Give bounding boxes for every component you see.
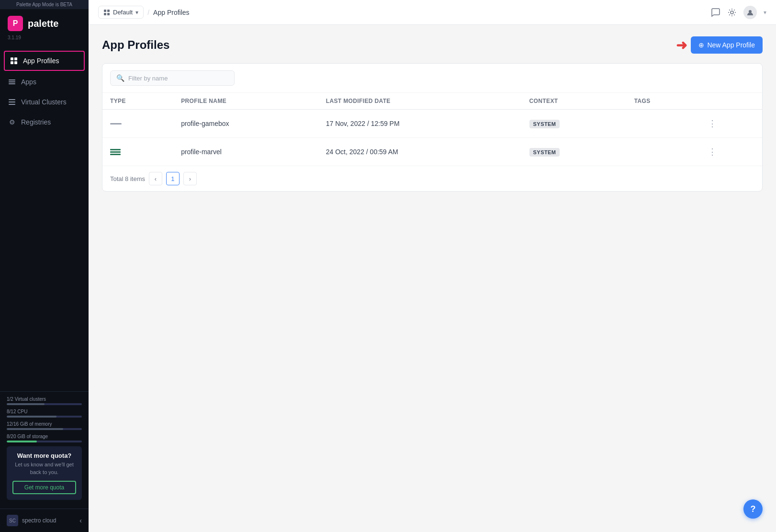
arrow-annotation: ➜ ⊕ New App Profile	[676, 36, 763, 54]
sidebar-item-virtual-clusters[interactable]: Virtual Clusters	[0, 92, 89, 112]
search-icon: 🔍	[116, 74, 124, 82]
user-menu-arrow[interactable]: ▾	[764, 9, 766, 16]
app-profiles-icon	[10, 57, 18, 65]
row-context: SYSTEM	[522, 110, 627, 138]
search-input-wrap: 🔍	[110, 70, 235, 86]
quota-storage-bar	[7, 441, 82, 442]
row-menu-button[interactable]: ⋮	[706, 116, 754, 131]
sidebar-collapse-button[interactable]: ‹	[79, 517, 82, 524]
chat-icon[interactable]	[711, 8, 720, 17]
row-actions: ⋮	[698, 110, 762, 138]
app-profiles-table-card: 🔍 Type Profile Name Last Modified Date C…	[102, 63, 763, 192]
workspace-label: Default	[113, 9, 133, 16]
total-items-label: Total 8 items	[110, 175, 145, 182]
next-page-button[interactable]: ›	[183, 172, 197, 185]
quota-cpu-fill	[7, 416, 56, 418]
svg-rect-0	[11, 57, 13, 60]
search-input[interactable]	[128, 75, 228, 82]
row-tags	[627, 110, 699, 138]
sidebar-item-registries[interactable]: ⚙ Registries	[0, 112, 89, 132]
svg-point-14	[731, 11, 733, 14]
type-layers-icon	[110, 149, 166, 155]
current-page-number: 1	[166, 172, 180, 185]
col-type: Type	[102, 93, 173, 110]
main-content: Default ▾ / App Profiles ▾ App Profiles	[89, 0, 776, 532]
context-badge: SYSTEM	[529, 120, 560, 128]
topbar: Default ▾ / App Profiles ▾	[89, 0, 776, 25]
col-tags: Tags	[627, 93, 699, 110]
spectro-cloud-icon: SC	[7, 515, 18, 526]
quota-storage-fill	[7, 441, 37, 442]
sidebar-footer: SC spectro cloud ‹	[0, 509, 89, 532]
quota-promo: Want more quota? Let us know and we'll g…	[7, 446, 82, 500]
quota-memory: 12/16 GiB of memory	[7, 421, 82, 430]
svg-rect-12	[104, 13, 106, 15]
sidebar-nav: App Profiles Apps Virtual Clusters ⚙ Reg…	[0, 46, 89, 391]
quota-memory-bar	[7, 428, 82, 430]
quota-memory-label: 12/16 GiB of memory	[7, 421, 82, 427]
quota-virtual-clusters-bar	[7, 403, 82, 405]
quota-storage: 8/20 GiB of storage	[7, 434, 82, 442]
svg-rect-1	[14, 57, 17, 60]
sidebar-footer-brand: SC spectro cloud	[7, 515, 56, 526]
page-header: App Profiles ➜ ⊕ New App Profile	[102, 36, 763, 54]
row-type-cell	[102, 110, 173, 138]
logo-text: palette	[28, 18, 58, 29]
row-profile-name: profile-gamebox	[173, 110, 318, 138]
page-title: App Profiles	[102, 38, 169, 52]
help-button[interactable]: ?	[743, 499, 763, 519]
row-last-modified: 24 Oct, 2022 / 00:59 AM	[318, 138, 522, 166]
row-menu-button[interactable]: ⋮	[706, 145, 754, 159]
sidebar-item-label: Registries	[21, 118, 51, 126]
apps-icon	[8, 78, 16, 86]
col-profile-name: Profile Name	[173, 93, 318, 110]
sidebar-item-label: App Profiles	[23, 57, 59, 65]
page-content: App Profiles ➜ ⊕ New App Profile 🔍	[89, 25, 776, 532]
logo-area: P palette	[0, 9, 89, 35]
quota-cpu-bar	[7, 416, 82, 418]
table-row: profile-gamebox 17 Nov, 2022 / 12:59 PM …	[102, 110, 762, 138]
quota-virtual-clusters: 1/2 Virtual clusters	[7, 396, 82, 405]
breadcrumb-separator: /	[147, 9, 149, 16]
quota-virtual-clusters-label: 1/2 Virtual clusters	[7, 396, 82, 402]
svg-rect-6	[9, 83, 15, 84]
row-type-cell	[102, 138, 173, 166]
new-profile-btn-icon: ⊕	[698, 41, 704, 49]
col-last-modified: Last Modified Date	[318, 93, 522, 110]
topbar-right: ▾	[711, 6, 766, 19]
table-footer: Total 8 items ‹ 1 ›	[102, 166, 762, 191]
profiles-table: Type Profile Name Last Modified Date Con…	[102, 93, 762, 166]
get-more-quota-button[interactable]: Get more quota	[12, 481, 76, 494]
sidebar-brand-label: spectro cloud	[22, 517, 56, 524]
quota-cpu: 8/12 CPU	[7, 409, 82, 418]
prev-page-button[interactable]: ‹	[149, 172, 162, 185]
table-body: profile-gamebox 17 Nov, 2022 / 12:59 PM …	[102, 110, 762, 166]
sidebar-item-app-profiles[interactable]: App Profiles	[4, 51, 85, 71]
topbar-left: Default ▾ / App Profiles	[98, 6, 190, 19]
table-search-area: 🔍	[102, 64, 762, 93]
sidebar-item-apps[interactable]: Apps	[0, 72, 89, 92]
sidebar: Palette App Mode is BETA P palette 3.1.1…	[0, 0, 89, 532]
quota-promo-sub: Let us know and we'll get back to you.	[12, 461, 76, 476]
quota-promo-title: Want more quota?	[12, 452, 76, 459]
svg-rect-13	[107, 13, 110, 15]
settings-icon[interactable]	[727, 8, 737, 17]
user-avatar[interactable]	[743, 6, 757, 19]
svg-rect-9	[9, 104, 15, 105]
col-context: Context	[522, 93, 627, 110]
row-profile-name: profile-marvel	[173, 138, 318, 166]
virtual-clusters-icon	[8, 98, 16, 106]
new-app-profile-button[interactable]: ⊕ New App Profile	[691, 36, 763, 54]
row-actions: ⋮	[698, 138, 762, 166]
sidebar-item-label: Virtual Clusters	[21, 98, 67, 106]
sidebar-item-label: Apps	[21, 78, 36, 86]
svg-rect-10	[104, 10, 106, 12]
row-tags	[627, 138, 699, 166]
context-badge: SYSTEM	[529, 148, 560, 157]
quota-cpu-label: 8/12 CPU	[7, 409, 82, 414]
workspace-dropdown[interactable]: Default ▾	[98, 6, 144, 19]
version-label: 3.1.19	[0, 35, 89, 46]
svg-rect-5	[9, 81, 15, 82]
svg-rect-2	[11, 61, 13, 64]
svg-rect-4	[9, 79, 15, 80]
